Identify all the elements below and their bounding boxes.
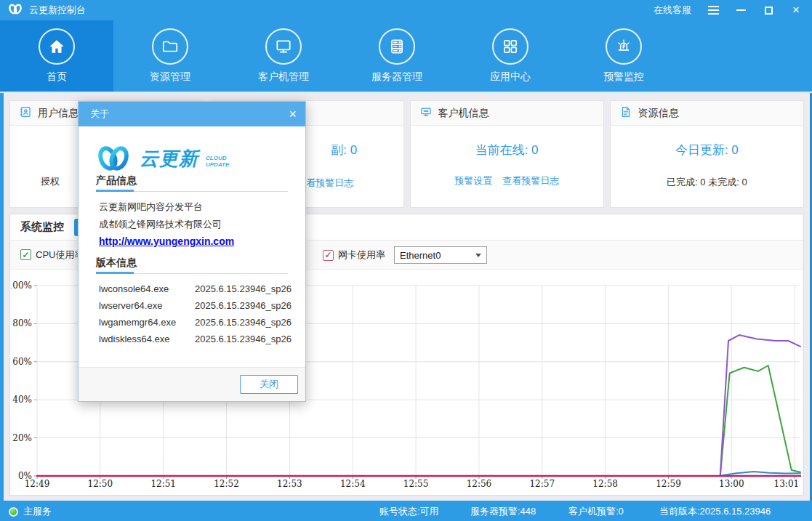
home-icon xyxy=(39,28,75,65)
nav-item-servers[interactable]: 服务器管理 xyxy=(340,20,454,92)
svg-text:12:58: 12:58 xyxy=(592,479,618,489)
nav-item-home[interactable]: 首页 xyxy=(0,20,113,92)
nav-label: 服务器管理 xyxy=(371,70,422,84)
svg-text:12:50: 12:50 xyxy=(88,479,113,489)
user-partial-text: 授权 xyxy=(41,175,60,188)
svg-text:20%: 20% xyxy=(12,433,32,443)
dialog-close-icon[interactable]: × xyxy=(289,108,297,121)
svg-text:80%: 80% xyxy=(12,318,32,328)
app-grid-icon xyxy=(492,28,528,65)
nav-item-clients[interactable]: 客户机管理 xyxy=(227,20,340,92)
version-file: lwdiskless64.exe xyxy=(99,334,170,344)
client-online-value: 当前在线: 0 xyxy=(475,142,539,158)
service-label: 主服务 xyxy=(23,505,52,518)
app-title: 云更新控制台 xyxy=(29,4,86,17)
alert-settings-link[interactable]: 预警设置 xyxy=(454,174,492,187)
close-button[interactable]: × xyxy=(790,4,802,16)
dialog-close-button[interactable]: 关闭 xyxy=(240,375,298,394)
card-client-info: 客户机信息 当前在线: 0 预警设置 查看预警日志 xyxy=(410,100,604,208)
version-file: lwgamemgr64.exe xyxy=(99,317,176,328)
monitor-icon xyxy=(265,28,302,65)
version-info-section-title: 版本信息 xyxy=(96,257,137,270)
view-alert-log-link[interactable]: 查看预警日志 xyxy=(502,174,559,187)
product-logo: 云更新 CLOUD UPDATE xyxy=(95,144,305,173)
svg-text:12:53: 12:53 xyxy=(277,479,302,489)
account-status: 账号状态:可用 xyxy=(379,505,439,518)
svg-text:60%: 60% xyxy=(12,357,32,367)
svg-text:13:00: 13:00 xyxy=(719,479,744,489)
product-line-2: 成都领之锋网络技术有限公司 xyxy=(99,218,222,231)
website-link[interactable]: http://www.yungengxin.com xyxy=(99,235,234,247)
nav-label: 客户机管理 xyxy=(258,70,309,84)
svg-text:12:54: 12:54 xyxy=(340,479,366,489)
card-title: 资源信息 xyxy=(638,107,679,120)
svg-text:40%: 40% xyxy=(12,395,32,405)
nic-usage-toggle: ✓ 网卡使用率 Ethernet0 xyxy=(323,246,487,264)
status-green-dot-icon xyxy=(9,507,18,517)
section-underline xyxy=(96,273,288,274)
main-nav: 首页 资源管理 客户机管理 服务器 xyxy=(0,20,812,92)
resource-detail: 已完成: 0 未完成: 0 xyxy=(667,176,747,189)
svg-text:12:59: 12:59 xyxy=(656,479,681,489)
app-window: 云更新控制台 在线客服 × 首页 资源管理 xyxy=(0,0,812,521)
card-title: 客户机信息 xyxy=(438,107,489,120)
resource-today-value: 今日更新: 0 xyxy=(675,142,739,158)
brand-sub-top: CLOUD xyxy=(206,155,229,161)
card-resource-info: 资源信息 今日更新: 0 已完成: 0 未完成: 0 xyxy=(610,100,804,208)
svg-text:100%: 100% xyxy=(11,280,32,291)
monitor-title: 系统监控 xyxy=(20,220,64,234)
product-info-section-title: 产品信息 xyxy=(96,174,137,187)
svg-text:12:52: 12:52 xyxy=(214,479,239,489)
nic-select[interactable]: Ethernet0 xyxy=(394,246,487,264)
current-version: 当前版本:2025.6.15.23946 xyxy=(659,505,771,518)
nav-item-resources[interactable]: 资源管理 xyxy=(113,20,227,92)
cpu-usage-toggle: ✓ CPU使用率 xyxy=(20,249,84,262)
product-line-1: 云更新网吧内容分发平台 xyxy=(99,201,203,214)
svg-text:12:55: 12:55 xyxy=(403,479,429,489)
server-partial-value: 副: 0 xyxy=(331,142,357,158)
dialog-title: 关于 xyxy=(90,108,109,121)
user-card-icon xyxy=(19,105,32,121)
about-dialog: 关于 × 云更新 CLOUD UPDATE 产品信息 云更新网吧内容分发平台 成 xyxy=(78,101,306,402)
folder-icon xyxy=(152,28,188,65)
nic-checkbox[interactable]: ✓ xyxy=(323,250,334,261)
brand-name: 云更新 xyxy=(140,146,198,171)
document-icon xyxy=(619,105,632,121)
brand-sub-bottom: UPDATE xyxy=(206,161,229,168)
app-logo-icon xyxy=(7,3,23,18)
maximize-button[interactable] xyxy=(763,4,774,16)
nav-item-alerts[interactable]: 预警监控 xyxy=(567,20,680,92)
nic-select-value: Ethernet0 xyxy=(400,250,441,261)
cpu-checkbox[interactable]: ✓ xyxy=(20,249,31,260)
chevron-down-icon xyxy=(475,254,481,257)
version-number: 2025.6.15.23946_sp26 xyxy=(195,283,292,294)
titlebar: 云更新控制台 在线客服 × xyxy=(0,0,812,20)
nav-item-apps[interactable]: 应用中心 xyxy=(454,20,567,92)
nav-label: 预警监控 xyxy=(603,70,644,84)
svg-text:12:51: 12:51 xyxy=(150,479,176,489)
nav-label: 资源管理 xyxy=(150,70,190,84)
dialog-header[interactable]: 关于 × xyxy=(79,102,305,126)
version-file: lwconsole64.exe xyxy=(99,283,169,294)
server-icon xyxy=(379,28,415,65)
svg-text:12:49: 12:49 xyxy=(25,479,50,489)
nic-label: 网卡使用率 xyxy=(338,249,385,262)
alarm-icon xyxy=(606,28,642,65)
dialog-footer: 关闭 xyxy=(79,367,305,401)
svg-text:12:56: 12:56 xyxy=(467,479,492,489)
card-title: 用户信息 xyxy=(38,107,79,120)
section-underline xyxy=(96,191,288,192)
menu-icon[interactable] xyxy=(707,4,719,16)
version-file: lwserver64.exe xyxy=(99,300,162,311)
cpu-label: CPU使用率 xyxy=(36,249,84,262)
minimize-button[interactable] xyxy=(735,4,747,16)
version-number: 2025.6.15.23946_sp26 xyxy=(195,300,292,311)
nav-label: 首页 xyxy=(47,70,67,84)
svg-text:12:57: 12:57 xyxy=(529,479,555,489)
nav-label: 应用中心 xyxy=(490,70,531,84)
online-support-link[interactable]: 在线客服 xyxy=(654,4,691,17)
status-bar: 主服务 账号状态:可用 服务器预警:448 客户机预警:0 当前版本:2025.… xyxy=(0,501,812,521)
server-partial-link[interactable]: 看预警日志 xyxy=(306,177,353,190)
brand-mark-icon xyxy=(95,144,132,173)
main-service-status: 主服务 xyxy=(9,505,52,518)
